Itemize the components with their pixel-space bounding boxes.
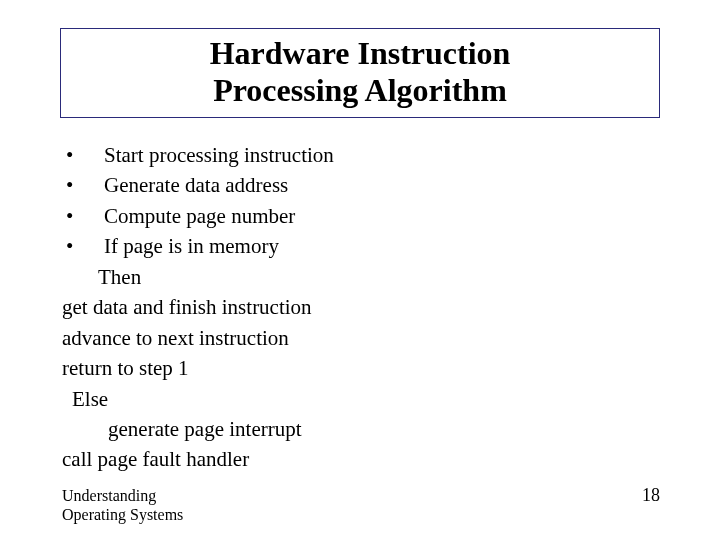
page-number: 18 — [642, 485, 660, 506]
bullet-icon: • — [62, 170, 104, 200]
footer-left: Understanding Operating Systems — [62, 486, 183, 524]
title-box: Hardware Instruction Processing Algorith… — [60, 28, 660, 118]
slide-title: Hardware Instruction Processing Algorith… — [71, 35, 649, 109]
title-line-1: Hardware Instruction — [210, 35, 511, 71]
body-line-generate-interrupt: generate page interrupt — [62, 414, 662, 444]
bullet-icon: • — [62, 231, 104, 261]
slide: Hardware Instruction Processing Algorith… — [0, 0, 720, 540]
body-line-then: Then — [62, 262, 662, 292]
footer-line-1: Understanding — [62, 487, 156, 504]
body-line-return: return to step 1 — [62, 353, 662, 383]
footer-line-2: Operating Systems — [62, 506, 183, 523]
bullet-icon: • — [62, 201, 104, 231]
list-item: • If page is in memory — [62, 231, 662, 261]
list-item: • Compute page number — [62, 201, 662, 231]
title-line-2: Processing Algorithm — [213, 72, 507, 108]
bullet-text: Start processing instruction — [104, 140, 662, 170]
body-line-else: Else — [62, 384, 662, 414]
slide-body: • Start processing instruction • Generat… — [62, 140, 662, 475]
bullet-text: If page is in memory — [104, 231, 662, 261]
body-line-get-data: get data and finish instruction — [62, 292, 662, 322]
bullet-text: Generate data address — [104, 170, 662, 200]
body-line-call-handler: call page fault handler — [62, 444, 662, 474]
list-item: • Start processing instruction — [62, 140, 662, 170]
bullet-icon: • — [62, 140, 104, 170]
list-item: • Generate data address — [62, 170, 662, 200]
body-line-advance: advance to next instruction — [62, 323, 662, 353]
bullet-text: Compute page number — [104, 201, 662, 231]
